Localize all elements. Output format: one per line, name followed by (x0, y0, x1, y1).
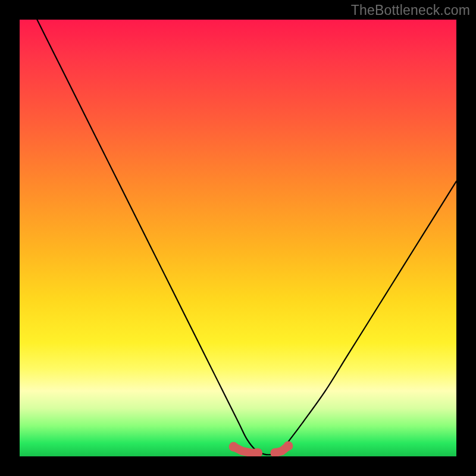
bottleneck-curve (37, 20, 456, 455)
chart-frame: TheBottleneck.com (0, 0, 476, 476)
watermark-text: TheBottleneck.com (351, 2, 470, 18)
marker-dot (283, 441, 293, 450)
marker-dot (229, 442, 239, 452)
curve-layer (37, 20, 456, 455)
left-foot-marker (229, 442, 262, 456)
plot-area (20, 20, 456, 456)
right-foot-marker (270, 441, 293, 456)
chart-svg (20, 20, 456, 456)
